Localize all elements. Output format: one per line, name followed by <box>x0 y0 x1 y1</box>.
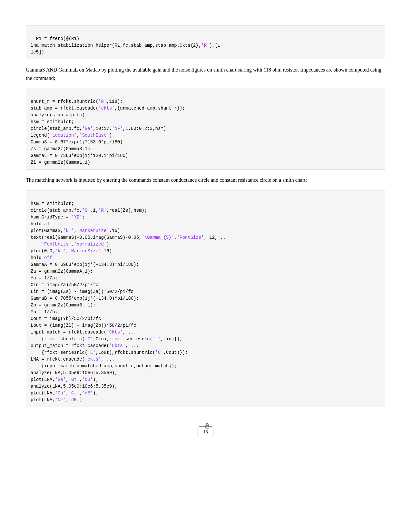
code-line: output_match = rfckt.cascade('Ckts', ... <box>31 343 139 348</box>
code-line: text(real(GammaS)+0.05,imag(GammaS)-0.05… <box>31 235 228 240</box>
code-line: Lout = (imag(Zl) - imag(Zb))*50/2/pi/fc <box>31 323 136 328</box>
code-line: LNA = rfckt.cascade('ckts', ... <box>31 357 114 362</box>
code-line: shunt_r = rfckt.shuntrlc('R',118); <box>31 99 123 104</box>
code-block-2: shunt_r = rfckt.shuntrlc('R',118); stab_… <box>26 88 385 169</box>
code-line: analyze(stab_amp,fc); <box>31 112 87 118</box>
svg-rect-0 <box>206 425 209 428</box>
code-block-3: hsm = smithplot; circle(stab_amp,fc,'G',… <box>26 190 385 407</box>
prose-paragraph-1: GammaS AND GammaL on Matlab by plotting … <box>26 66 385 82</box>
code-line: Lin = (imag(Zs) - imag(Za))*50/2/pi/fc <box>31 289 133 294</box>
code-line: Za = gamma2z(GammaA,1); <box>31 269 93 274</box>
lock-icon <box>205 423 210 429</box>
code-line: circle(stab_amp,fc,'G',1,'R',real(Zs),hs… <box>31 208 147 213</box>
code-line: input_match = rfckt.cascade('Ckts', ... <box>31 330 136 335</box>
code-line: GammaS = 0.67*exp(1j*153.6*pi/180) <box>31 140 123 145</box>
code-line: stab_amp = rfckt.cascade('ckts',{unmatch… <box>31 106 185 111</box>
code-line: lna_match_stabilization_helper(R1,fc,sta… <box>31 43 220 48</box>
code-line: hsm.GridType = 'YZ'; <box>31 215 85 220</box>
code-line: analyze(LNA,5.05e9:10e6:5.35e9); <box>31 370 117 375</box>
code-line: hsm = smithplot; <box>31 119 74 124</box>
code-line: Zl = gamma2z(GammaL,1) <box>31 160 90 165</box>
code-line: Zb = gamma2z(GammaB, 1); <box>31 303 96 308</box>
code-line: Cin = imag(Ya)/50/2/pi/fc <box>31 282 98 287</box>
code-line: circle(stab_amp,fc,'Ga',10:17,'NF',1.80:… <box>31 126 166 131</box>
code-line: Ya = 1/Za; <box>31 276 58 281</box>
code-line: hold off <box>31 255 52 260</box>
code-line: plot(0,0,'k.','MarkerSize',16) <box>31 248 112 254</box>
code-line: R1 = fzero(@(R1) <box>36 36 79 41</box>
code-block-1: R1 = fzero(@(R1) lna_match_stabilization… <box>26 25 385 59</box>
code-line: plot(LNA,'Ga','Gt','dB'); <box>31 377 98 382</box>
code-line: Zs = gamma2z(GammaS,1) <box>31 146 90 151</box>
code-line: {rfckt.seriesrlc('L',Lout),rfckt.shuntrl… <box>31 350 188 355</box>
code-line: legend('Location','SouthEast') <box>31 133 112 138</box>
page-number-box: 13 <box>198 426 213 436</box>
code-line: GammaB = 0.7055*exp(1j*(-134.9)*pi/180); <box>31 296 139 301</box>
code-line: hold all <box>31 221 52 227</box>
code-line: plot(GammaS,'k.','MarkerSize',16) <box>31 228 120 233</box>
prose-paragraph-2: The matching network is inputted by ente… <box>26 176 385 184</box>
code-line: GammaA = 0.6983*exp(1j*(-134.3)*pi/180); <box>31 262 139 267</box>
code-line: 1e5]) <box>31 50 44 55</box>
code-line: analyze(LNA,5.05e9:10e6:5.35e9); <box>31 384 117 389</box>
code-line: Yb = 1/Zb; <box>31 309 58 314</box>
code-line: GammaL = 0.7363*exp(1j*120.1*pi/180) <box>31 153 128 158</box>
code-line: 'FontUnits','normalized') <box>31 242 109 247</box>
footer: 13 <box>26 426 385 436</box>
code-line: plot(LNA,'Ga','Gt','dB'); <box>31 391 98 396</box>
code-line: {rfckt.shuntrlc('C',Cin),rfckt.seriesrlc… <box>31 336 182 342</box>
code-line: plot(LNA,'NF','dB') <box>31 397 82 402</box>
code-line: {input_match,unmatched_amp,shunt_r,outpu… <box>31 363 177 369</box>
code-line: hsm = smithplot; <box>31 201 74 206</box>
code-line: Cout = imag(Yb)/50/2/pi/fc <box>31 316 101 321</box>
